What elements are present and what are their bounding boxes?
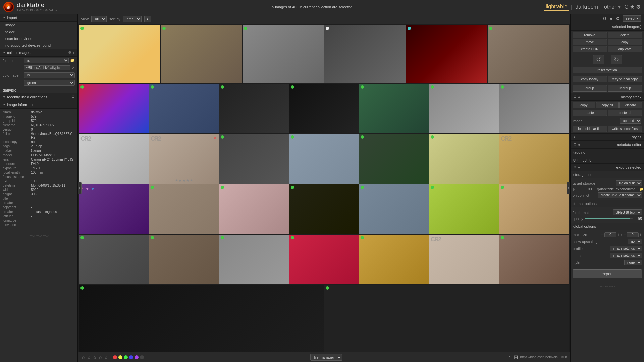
photo-dark[interactable] (219, 84, 289, 134)
select-btn[interactable]: select ▾ (623, 15, 641, 22)
history-copy-btn[interactable]: copy (573, 102, 595, 108)
import-section-header[interactable]: ▼ import (0, 14, 77, 22)
move-btn[interactable]: move (573, 39, 607, 45)
global-options-header[interactable]: global options (571, 223, 644, 230)
create-hdr-btn[interactable]: create HDR (573, 46, 607, 52)
image-info-section-header[interactable]: ▼ image information (0, 101, 77, 109)
icon-gear-top[interactable]: ⚙ (636, 4, 641, 10)
load-sidecar-btn[interactable]: load sidecar file (573, 126, 607, 132)
nav-other[interactable]: other (604, 4, 616, 10)
photo-sink[interactable] (429, 84, 499, 134)
photo-deer[interactable] (488, 25, 569, 83)
photo-black[interactable] (289, 84, 359, 134)
max-size-w-plus[interactable]: + (617, 232, 620, 237)
app-logo[interactable]: dt (3, 2, 14, 12)
max-size-w-input[interactable] (604, 232, 616, 237)
view-select[interactable]: all (91, 16, 107, 22)
right-top-G-icon[interactable]: G (603, 16, 606, 21)
bottom-star-4[interactable]: ☆ (98, 355, 103, 360)
import-scan-item[interactable]: scan for devices (0, 35, 77, 42)
photo-tulip[interactable] (289, 235, 359, 284)
export-main-btn[interactable]: export (573, 269, 642, 278)
photo-dog[interactable] (499, 184, 569, 234)
tagging-header[interactable]: tagging (571, 148, 644, 156)
export-selected-header[interactable]: ⚙ ● export selected (571, 163, 644, 171)
right-top-star-icon[interactable]: ★ (609, 16, 613, 21)
style-select[interactable]: none (624, 260, 642, 265)
styles-header[interactable]: ● styles (571, 133, 644, 141)
nav-arrow[interactable]: ▾ (618, 4, 621, 10)
photo-sign[interactable] (289, 134, 359, 184)
recently-used-section-header[interactable]: ▼ recently used collections ⚙ (0, 93, 77, 101)
view-mode-select[interactable]: file manager (310, 354, 342, 361)
max-size-h-plus[interactable]: + (639, 232, 642, 237)
copy-btn[interactable]: copy (608, 39, 642, 45)
photo-branch[interactable] (149, 84, 219, 134)
rotate-left-btn[interactable]: ↺ (593, 55, 604, 64)
right-collapse-btn[interactable]: › (567, 182, 570, 194)
delete-btn[interactable]: delete (608, 32, 642, 38)
photo-arch[interactable] (79, 235, 149, 284)
nav-lighttable[interactable]: lighttable (544, 3, 569, 11)
film-roll-folder-icon[interactable]: 📁 (70, 58, 75, 63)
icon-gimp[interactable]: G (625, 4, 629, 10)
film-roll-select[interactable]: is (24, 58, 69, 63)
photo-pear[interactable] (429, 134, 499, 184)
color-dot-dark[interactable] (140, 355, 144, 359)
color-dot-green[interactable] (124, 355, 128, 359)
max-size-w-minus[interactable]: − (601, 232, 604, 237)
photo-jar[interactable] (359, 235, 429, 284)
photo-forsythia[interactable] (429, 184, 499, 234)
duplicate-btn[interactable]: duplicate (608, 46, 642, 52)
remove-btn[interactable]: remove (573, 32, 607, 38)
history-paste-btn[interactable]: paste (573, 110, 607, 116)
left-collapse-btn[interactable]: ‹ (78, 182, 82, 194)
allow-upscaling-select[interactable]: no (628, 239, 642, 244)
profile-select[interactable]: image settings (610, 246, 642, 251)
collect-gear-icon[interactable]: ⚙ (68, 50, 71, 55)
write-sidecar-btn[interactable]: write sidecar files (608, 126, 642, 132)
photo-stone[interactable] (219, 235, 289, 284)
photo-crack[interactable] (499, 84, 569, 134)
photo-owl[interactable] (161, 25, 242, 83)
right-top-gear-icon[interactable]: ⚙ (616, 16, 620, 21)
photo-hair[interactable]: ● ● ● (79, 184, 149, 234)
history-stack-header[interactable]: ⚙ ● history stack (571, 93, 644, 101)
metadata-editor-header[interactable]: ⚙ ● metadata editor (571, 141, 644, 148)
color-dot-red[interactable] (113, 355, 117, 359)
sort-select[interactable]: time (123, 16, 142, 22)
bottom-star-5[interactable]: ☆ (104, 355, 108, 360)
collect-section-header[interactable]: ▼ collect images ⚙ + (0, 49, 77, 57)
intent-select[interactable]: image settings (610, 253, 642, 258)
photo-lights[interactable] (289, 184, 359, 234)
photo-clock[interactable] (149, 184, 219, 234)
import-folder-item[interactable]: folder (0, 28, 77, 35)
film-roll-clear-icon[interactable]: ✕ (72, 66, 75, 70)
photo-thread[interactable] (219, 184, 289, 234)
group-btn[interactable]: group (573, 85, 607, 92)
color-label-value-select[interactable]: green (24, 80, 75, 86)
photo-egg[interactable] (79, 25, 160, 83)
bottom-star-1[interactable]: ☆ (81, 355, 86, 360)
photo-flower[interactable] (359, 84, 429, 134)
ungroup-btn[interactable]: ungroup (608, 85, 642, 92)
photo-bldg[interactable] (499, 235, 569, 284)
reset-rotation-btn[interactable]: reset rotation (573, 67, 642, 73)
photo-picks[interactable] (79, 84, 149, 134)
rotate-right-btn[interactable]: ↻ (611, 55, 622, 64)
history-copy-all-btn[interactable]: copy all (596, 102, 619, 108)
geotagging-header[interactable]: geotagging (571, 156, 644, 163)
photo-texture[interactable]: CR2 ✕ ★ ★ ★ ★ ★ (149, 134, 219, 184)
photo-ruins[interactable] (149, 235, 219, 284)
sort-direction-btn[interactable]: ▲ (144, 16, 151, 22)
recently-used-gear-icon[interactable]: ⚙ (71, 95, 75, 99)
photo-train[interactable] (219, 134, 289, 184)
file-format-select[interactable]: JPEG (8-bit) (613, 209, 642, 215)
fit-icon[interactable]: ⊞ (514, 354, 518, 360)
bottom-star-3[interactable]: ☆ (93, 355, 97, 360)
photo-fern[interactable] (359, 134, 429, 184)
collect-plus-icon[interactable]: + (73, 51, 75, 55)
storage-folder-icon[interactable]: 📁 (639, 187, 643, 191)
mode-select[interactable]: append (620, 118, 641, 124)
photo-skater[interactable]: CR2 (79, 134, 149, 184)
